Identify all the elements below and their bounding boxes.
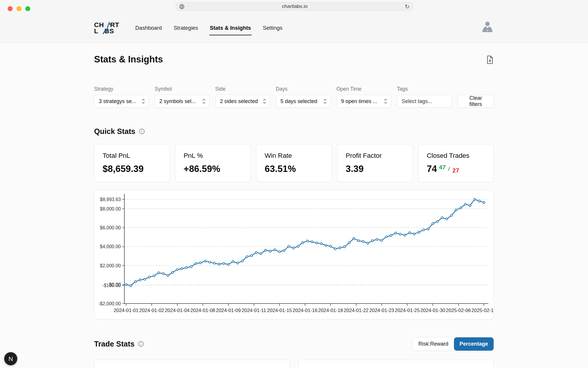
svg-text:2024-01-08: 2024-01-08 — [191, 308, 215, 313]
nav-dashboard[interactable]: Dashboard — [135, 21, 163, 35]
percentage-toggle[interactable]: Percentage — [454, 337, 494, 351]
side-select[interactable]: 2 sides selected — [215, 95, 270, 108]
losing-count: 27 — [452, 167, 459, 174]
svg-text:$4,000.00: $4,000.00 — [100, 244, 121, 249]
symbol-filter-label: Symbol — [155, 86, 210, 92]
closed-trades-card: Closed Trades 7447 / 27 — [418, 144, 494, 182]
svg-text:2024-01-01: 2024-01-01 — [114, 308, 138, 313]
days-select[interactable]: 5 days selected — [276, 95, 331, 108]
svg-text:2024-01-11: 2024-01-11 — [242, 308, 266, 313]
svg-text:$2,000.00: $2,000.00 — [100, 263, 121, 268]
pnl-percent-card: PnL % +86.59% — [175, 144, 251, 182]
quick-stats-heading: Quick Stats — [94, 127, 135, 136]
filters-bar: Strategy 3 strategys se... Symbol 2 symb… — [94, 86, 494, 108]
globe-icon — [179, 4, 185, 9]
profit-factor-card: Profit Factor 3.39 — [337, 144, 413, 182]
total-pnl-card: Total PnL $8,659.39 — [94, 144, 170, 182]
main-content: Stats & Insights Strategy 3 strategys se… — [94, 54, 494, 368]
refresh-button[interactable]: ↻ — [405, 3, 410, 10]
export-report-button[interactable] — [486, 55, 494, 64]
risk-reward-toggle[interactable]: Risk:Reward — [413, 337, 454, 351]
chartlabs-logo[interactable]: CHRT LBS — [94, 22, 122, 34]
chevron-up-down-icon — [263, 99, 266, 104]
strategy-filter-label: Strategy — [94, 86, 149, 92]
svg-text:2024-01-30: 2024-01-30 — [420, 308, 445, 313]
tags-filter-label: Tags — [397, 86, 452, 92]
nav-strategies[interactable]: Strategies — [173, 21, 199, 35]
browser-chrome: chartlabs.io ↻ — [0, 0, 588, 13]
winning-count: 47 — [439, 164, 446, 170]
main-nav: Dashboard Strategies Stats & Insights Se… — [135, 21, 283, 35]
trade-stats-cards: Winning Trades Top Winner 5.52% Losing T… — [94, 360, 494, 368]
url-text: chartlabs.io — [185, 4, 405, 9]
svg-text:2024-01-25: 2024-01-25 — [395, 308, 420, 313]
trade-stats-mode-toggle: Risk:Reward Percentage — [412, 337, 494, 351]
file-download-icon — [486, 55, 494, 64]
svg-text:2024-01-23: 2024-01-23 — [369, 308, 394, 313]
svg-text:2024-01-09: 2024-01-09 — [216, 308, 241, 313]
svg-text:$8,993.63: $8,993.63 — [100, 197, 121, 202]
svg-text:2024-01-18: 2024-01-18 — [318, 308, 343, 313]
svg-text:2025-02-06: 2025-02-06 — [446, 308, 471, 313]
chevron-up-down-icon — [202, 99, 206, 104]
svg-text:-$100.00: -$100.00 — [102, 283, 121, 288]
symbol-select[interactable]: 2 symbols sel... — [155, 95, 210, 108]
top-navbar: CHRT LBS Dashboard Strategies Stats & In… — [0, 13, 588, 43]
tags-input[interactable] — [397, 95, 452, 108]
side-filter-label: Side — [215, 86, 270, 92]
quick-stats-cards: Total PnL $8,659.39 PnL % +86.59% Win Ra… — [94, 144, 494, 182]
days-filter-label: Days — [276, 86, 331, 92]
strategy-select[interactable]: 3 strategys se... — [94, 95, 149, 108]
close-window-button[interactable] — [8, 6, 13, 11]
svg-text:2024-01-16: 2024-01-16 — [293, 308, 317, 313]
minimize-window-button[interactable] — [16, 6, 21, 11]
window-controls — [8, 6, 30, 11]
user-avatar-icon[interactable] — [481, 21, 494, 35]
info-icon[interactable] — [139, 128, 145, 135]
page-title: Stats & Insights — [94, 54, 163, 65]
svg-text:2024-01-22: 2024-01-22 — [344, 308, 368, 313]
chevron-up-down-icon — [323, 99, 327, 104]
zoom-window-button[interactable] — [25, 6, 30, 11]
equity-curve-chart: $8,993.63$8,000.00$6,000.00$4,000.00$2,0… — [94, 190, 494, 319]
svg-text:2024-01-04: 2024-01-04 — [165, 308, 190, 313]
chevron-up-down-icon — [141, 99, 145, 104]
win-rate-card: Win Rate 63.51% — [256, 144, 332, 182]
svg-text:2024-01-02: 2024-01-02 — [139, 308, 164, 313]
nav-settings[interactable]: Settings — [262, 21, 283, 35]
trade-stats-heading: Trade Stats — [94, 340, 134, 348]
svg-text:-$2,000.00: -$2,000.00 — [98, 301, 121, 306]
nextjs-dev-badge[interactable]: N — [4, 352, 17, 365]
address-bar[interactable]: chartlabs.io ↻ — [176, 2, 413, 11]
open-time-select[interactable]: 9 open times ... — [336, 95, 391, 108]
equity-curve-card: $8,993.63$8,000.00$6,000.00$4,000.00$2,0… — [94, 190, 494, 319]
closed-trades-value: 7447 / 27 — [427, 164, 485, 174]
winning-trades-card: Winning Trades Top Winner 5.52% — [94, 360, 290, 368]
clear-filters-button[interactable]: Clear filters — [457, 95, 494, 108]
svg-text:$8,000.00: $8,000.00 — [100, 206, 121, 211]
info-icon[interactable] — [138, 341, 144, 347]
svg-text:2025-02-17: 2025-02-17 — [472, 308, 494, 313]
logo-zigzag-icon — [103, 22, 110, 35]
svg-text:2024-01-15: 2024-01-15 — [267, 308, 292, 313]
nav-stats-insights[interactable]: Stats & Insights — [209, 21, 252, 35]
svg-text:$6,000.00: $6,000.00 — [100, 225, 121, 230]
open-time-filter-label: Open Time — [336, 86, 391, 92]
chevron-up-down-icon — [384, 99, 387, 104]
losing-trades-card: Losing Trades Largest Loss -2.02% — [298, 360, 494, 368]
